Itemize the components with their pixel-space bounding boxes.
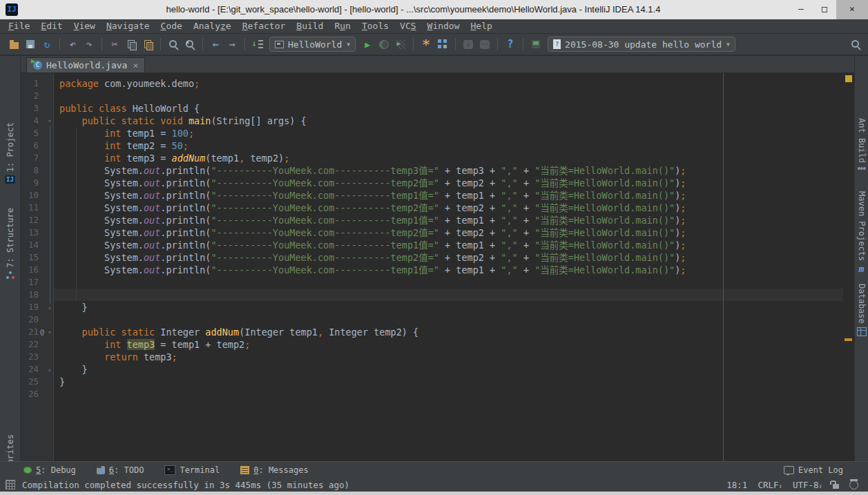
menu-refactor[interactable]: Refactor (237, 19, 291, 33)
maximize-button[interactable]: □ (813, 0, 836, 19)
menu-vcs[interactable]: VCS (394, 19, 421, 33)
run-button[interactable]: ▶ (359, 36, 376, 52)
copy-icon (128, 40, 135, 48)
help-icon: ? (508, 38, 514, 50)
line-endings-button[interactable]: ↓ (249, 36, 266, 52)
event-log-button[interactable]: Event Log (784, 465, 843, 475)
inspection-profile-icon[interactable] (849, 481, 858, 489)
toolbar-separator (202, 38, 203, 50)
caret-position-widget[interactable]: 18:1 (726, 480, 747, 490)
tool-window-toggle-icon[interactable] (6, 480, 15, 489)
redo-button[interactable]: ↷ (81, 36, 97, 52)
tool-window-button-project[interactable]: 1: ProjectIJ (0, 122, 20, 184)
fold-collapse-icon[interactable]: ▿ (46, 115, 54, 127)
run-icon: ▶ (365, 39, 370, 50)
updown-icon: ↕ (779, 483, 782, 489)
forward-arrow-icon: → (229, 39, 235, 50)
gutter-line-4: 4▿ (21, 115, 54, 127)
tool-window-button-debug[interactable]: 5: Debug (23, 465, 76, 475)
search-everywhere-button[interactable] (847, 36, 864, 52)
menu-run[interactable]: Run (329, 19, 356, 33)
save-all-button[interactable] (22, 36, 39, 52)
android-button[interactable]: ·· (476, 36, 493, 52)
menu-file[interactable]: File (3, 19, 35, 33)
analysis-status-indicator[interactable] (845, 75, 852, 82)
find-button[interactable] (165, 36, 182, 52)
intellij-idea-window: IJ hello-world - [E:\git_work_space\hell… (0, 0, 868, 495)
paste-button[interactable] (139, 36, 156, 52)
tool-window-label: 6: TODO (109, 465, 144, 475)
toolbar-separator (102, 38, 102, 50)
commit-changes-button[interactable] (528, 36, 544, 52)
run-configuration-select[interactable]: HelloWorld ▼ (269, 37, 356, 52)
menu-view[interactable]: View (68, 19, 101, 33)
error-stripe[interactable] (843, 73, 854, 461)
code-line-7: int temp3 = addNum(temp1, temp2); (59, 152, 289, 164)
tool-window-label: 7: Structure (6, 208, 15, 268)
debug-button[interactable] (376, 36, 392, 52)
fold-end-icon[interactable]: ▵ (46, 301, 54, 313)
coverage-button[interactable] (392, 36, 409, 52)
right-margin-guide (723, 73, 724, 461)
gutter-line-23: 23 (21, 351, 54, 363)
open-button[interactable] (6, 36, 22, 52)
code-line-8: System.out.println("----------YouMeek.co… (59, 164, 686, 177)
event-log-label: Event Log (798, 465, 843, 475)
undo-button[interactable]: ↶ (64, 36, 81, 52)
lock-icon[interactable] (833, 484, 839, 489)
tool-window-button-maven[interactable]: Maven Projectsm (855, 191, 868, 273)
toolbar-separator (59, 38, 60, 50)
gutter-line-17: 17 (21, 276, 54, 289)
tab-label: HelloWorld.java (46, 60, 127, 70)
gutter-line-25: 25 (21, 376, 54, 388)
menu-window[interactable]: Window (422, 19, 465, 33)
navigate-back-button[interactable]: ← (207, 36, 224, 52)
menu-code[interactable]: Code (155, 19, 188, 33)
encoding-widget[interactable]: UTF-8↕ (793, 480, 822, 490)
menu-help[interactable]: Help (465, 19, 498, 33)
code-area[interactable]: package com.youmeek.demo;public class He… (54, 73, 843, 461)
window-title: hello-world - [E:\git_work_space\hello-w… (41, 0, 785, 19)
tool-window-button-database[interactable]: Database (855, 284, 868, 336)
at-marker-icon: @ (39, 326, 46, 338)
editor: 1234▿5678910111213141516171819▵2021@▿222… (21, 73, 854, 461)
fold-collapse-icon[interactable]: ▿ (46, 326, 54, 338)
tool-window-button-terminal[interactable]: >_Terminal (164, 465, 220, 475)
menu-navigate[interactable]: Navigate (101, 19, 155, 33)
line-separator-widget[interactable]: CRLF↕ (758, 480, 782, 490)
replace-button[interactable]: A (182, 36, 198, 52)
tool-window-button-messages[interactable]: 0: Messages (240, 465, 308, 475)
tab-helloworld-java[interactable]: C HelloWorld.java × (26, 57, 145, 72)
cut-button[interactable]: ✂ (106, 36, 123, 52)
code-line-11: System.out.println("----------YouMeek.co… (59, 202, 686, 214)
help-button[interactable]: ? (502, 36, 519, 52)
tool-window-button-todo[interactable]: 6: TODO (97, 465, 144, 475)
tool-window-button-ant[interactable]: Ant Build (855, 118, 868, 171)
copy-button[interactable] (123, 36, 139, 52)
close-tab-icon[interactable]: × (133, 60, 138, 70)
close-button[interactable]: × (836, 0, 868, 19)
project-structure-button[interactable] (434, 36, 451, 52)
synchronize-button[interactable]: ↻ (39, 36, 55, 52)
install-plugin-button[interactable]: ↓ (460, 36, 476, 52)
navigate-forward-button[interactable]: → (224, 36, 240, 52)
menu-edit[interactable]: Edit (35, 19, 68, 33)
gutter-line-6: 6 (21, 139, 54, 152)
warning-stripe-mark[interactable] (845, 338, 852, 341)
menu-build[interactable]: Build (291, 19, 329, 33)
editor-gutter: 1234▿5678910111213141516171819▵2021@▿222… (21, 73, 54, 461)
cut-icon: ✂ (111, 39, 117, 50)
code-line-5: int temp1 = 100; (59, 127, 194, 139)
fold-end-icon[interactable]: ▵ (46, 363, 54, 376)
code-line-16: System.out.println("----------YouMeek.co… (59, 264, 686, 276)
tool-window-button-structure[interactable]: 7: Structure (0, 208, 20, 280)
search-icon (851, 40, 860, 49)
minimize-button[interactable]: — (789, 0, 813, 19)
settings-button[interactable]: * (418, 36, 434, 52)
status-bar-widgets: 18:1 CRLF↕ UTF-8↕ (726, 480, 858, 490)
code-line-3: public class HelloWorld { (59, 102, 200, 115)
vcs-changelist-select[interactable]: ? 2015-08-30 update hello world ▼ (548, 37, 735, 52)
toolbar-separator (160, 38, 161, 50)
menu-tools[interactable]: Tools (356, 19, 394, 33)
menu-analyze[interactable]: Analyze (188, 19, 237, 33)
